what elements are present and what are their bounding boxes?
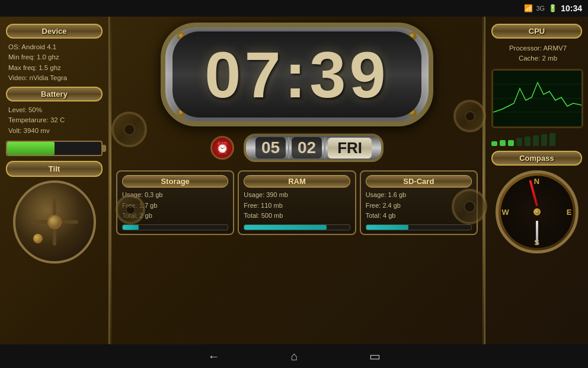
- cpu-graph: [493, 71, 581, 126]
- led-5: [525, 137, 531, 146]
- tilt-ball: [33, 234, 43, 243]
- recent-button[interactable]: ▭: [369, 349, 381, 363]
- device-os: OS: Android 4.1: [8, 42, 103, 52]
- led-1: [491, 141, 497, 146]
- status-icons: 📶 3G 🔋 10:34: [524, 4, 583, 13]
- compass-west: W: [502, 207, 509, 216]
- tilt-center: [47, 215, 62, 229]
- date-day: 02: [292, 137, 322, 158]
- back-button[interactable]: ←: [207, 350, 219, 363]
- tilt-joystick[interactable]: [13, 180, 96, 264]
- led-2: [500, 140, 506, 146]
- alarm-icon: ⏰: [210, 136, 234, 160]
- battery-volt: Volt: 3940 mv: [8, 126, 103, 136]
- battery-fill: [7, 142, 55, 155]
- device-min-freq: Min freq: 1.0 ghz: [8, 52, 103, 62]
- storage-info-1: Usage: 390 mb Free: 110 mb Total: 500 mb: [244, 190, 350, 221]
- battery-tip: [103, 145, 106, 152]
- clock-inner: 07:39: [172, 31, 421, 118]
- bg-gear-1: [111, 112, 147, 147]
- cpu-cache: Cache: 2 mb: [494, 53, 582, 64]
- led-4: [516, 138, 522, 146]
- date-display: 05 02 FRI: [244, 134, 384, 162]
- storage-usage-1: Usage: 390 mb: [244, 190, 350, 201]
- bg-gear-4: [452, 189, 487, 224]
- nav-bar: ← ⌂ ▭: [0, 344, 588, 368]
- compass-needle-white: [536, 221, 538, 245]
- battery-bar-wrapper: [6, 139, 103, 157]
- right-panel: CPU Processor: ARMV7 Cache: 2 mb: [484, 17, 588, 344]
- battery-bar: [6, 141, 103, 156]
- led-bars: [491, 133, 582, 146]
- signal-icon: 3G: [536, 5, 545, 12]
- storage-title-1: RAM: [244, 175, 350, 188]
- battery-temp: Tempetarure: 32 C: [8, 115, 103, 125]
- clock-time: 07:39: [204, 37, 389, 112]
- storage-row: Storage Usage: 0,3 gb Free: 1.7 gb Total…: [116, 170, 478, 235]
- bg-gear-2: [116, 195, 145, 224]
- status-time: 10:34: [561, 4, 582, 13]
- date-sep2: [324, 137, 325, 158]
- storage-title-2: SD-Card: [366, 175, 472, 188]
- bg-gear-3: [453, 100, 486, 132]
- storage-bar-fill-1: [244, 225, 326, 230]
- storage-bar-bg-0: [122, 224, 228, 230]
- storage-bar-bg-1: [244, 224, 350, 230]
- storage-total-1: Total: 500 mb: [244, 211, 350, 221]
- led-8: [549, 133, 555, 146]
- home-button[interactable]: ⌂: [290, 350, 298, 363]
- cpu-processor: Processor: ARMV7: [494, 43, 582, 53]
- battery-info: Level: 50% Tempetarure: 32 C Volt: 3940 …: [6, 105, 103, 136]
- compass-east: E: [567, 207, 572, 216]
- storage-free-1: Free: 110 mb: [244, 201, 350, 211]
- storage-bar-fill-0: [123, 225, 139, 230]
- cpu-label: CPU: [491, 24, 582, 39]
- date-month: 05: [255, 137, 286, 158]
- storage-bar-bg-2: [366, 224, 472, 230]
- left-panel: Device OS: Android 4.1 Min freq: 1.0 ghz…: [0, 17, 110, 344]
- battery-level: Level: 50%: [8, 105, 103, 115]
- date-row: ⏰ 05 02 FRI: [210, 134, 384, 162]
- cpu-monitor: [491, 69, 583, 128]
- battery-label: Battery: [6, 87, 103, 101]
- main-area: Device OS: Android 4.1 Min freq: 1.0 ghz…: [0, 17, 588, 344]
- tilt-button[interactable]: Tilt: [6, 161, 103, 177]
- device-info: OS: Android 4.1 Min freq: 1.0 ghz Max fr…: [6, 42, 103, 83]
- storage-bar-fill-2: [366, 225, 408, 230]
- clock-display: 07:39: [161, 23, 433, 126]
- center-panel: 07:39 ⏰ 05 02 FRI Storage Usage: 0,3 gb …: [111, 17, 482, 344]
- compass-label: Compass: [491, 151, 582, 166]
- compass-dial: N S W E: [496, 170, 579, 253]
- led-7: [541, 134, 547, 146]
- led-6: [533, 135, 539, 146]
- led-3: [508, 140, 514, 146]
- wifi-icon: 📶: [524, 4, 533, 12]
- date-sep1: [288, 137, 289, 158]
- battery-icon: 🔋: [548, 4, 557, 12]
- storage-title-0: Storage: [122, 175, 228, 188]
- compass-north: N: [534, 177, 539, 186]
- cpu-monitor-inner: [493, 71, 581, 126]
- device-max-freq: Max freq: 1.5 ghz: [8, 63, 103, 73]
- device-label: Device: [6, 24, 103, 39]
- cpu-info: Processor: ARMV7 Cache: 2 mb: [491, 43, 582, 64]
- date-weekday: FRI: [328, 138, 372, 158]
- storage-card-1: RAM Usage: 390 mb Free: 110 mb Total: 50…: [238, 170, 356, 235]
- status-bar: 📶 3G 🔋 10:34: [0, 0, 588, 17]
- compass-center-dot: [533, 208, 541, 215]
- compass-container: N S W E: [491, 170, 582, 253]
- device-video: Video: nVidia Tegra: [8, 73, 103, 83]
